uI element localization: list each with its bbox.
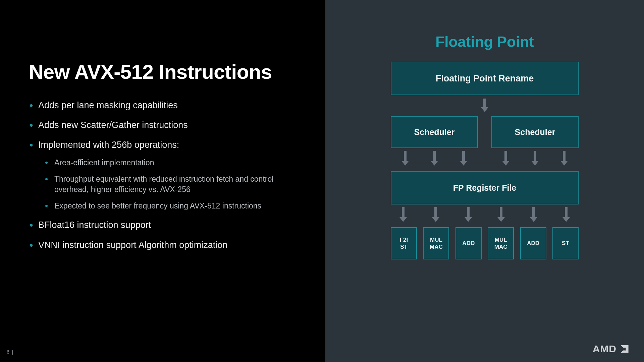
arrow-down-icon xyxy=(432,151,437,166)
arrow-down-icon xyxy=(482,99,487,112)
sub-bullet-list: Area-efficient implementation Throughput… xyxy=(38,158,305,211)
bullet-text: BFloat16 instruction support xyxy=(38,220,151,230)
scheduler-box-left: Scheduler xyxy=(391,116,478,148)
regfile-arrows xyxy=(391,207,579,224)
right-panel: Floating Point Floating Point Rename Sch… xyxy=(325,0,644,362)
arrow-down-icon xyxy=(461,151,466,166)
diagram-title: Floating Point xyxy=(325,34,644,50)
scheduler-arrows xyxy=(391,151,579,168)
arrow-down-icon xyxy=(466,207,471,222)
arrow-down-icon xyxy=(503,151,508,166)
arrow-down-icon xyxy=(531,207,536,222)
bullet-list: Adds per lane masking capabilities Adds … xyxy=(29,100,305,251)
arrow-down-icon xyxy=(499,207,503,222)
arrow-down-icon xyxy=(562,151,567,166)
bullet-item: VNNI instruction support Algorithm optim… xyxy=(29,239,305,251)
sub-bullet-item: Expected to see better frequency using A… xyxy=(45,201,280,211)
unit-box-add: ADD xyxy=(455,227,482,259)
left-panel: New AVX-512 Instructions Adds per lane m… xyxy=(0,0,325,362)
arrow-down-icon xyxy=(533,151,537,166)
amd-arrow-icon xyxy=(620,344,629,354)
arrow-down-icon xyxy=(433,207,438,222)
amd-logo: AMD xyxy=(593,343,629,355)
bullet-text: Implemented with 256b operations: xyxy=(38,140,179,150)
slide-title: New AVX-512 Instructions xyxy=(29,60,305,83)
unit-box-f2i-st: F2I ST xyxy=(391,227,417,259)
bullet-item: BFloat16 instruction support xyxy=(29,219,305,231)
floating-point-diagram: Floating Point Rename Scheduler Schedule… xyxy=(391,62,579,259)
unit-box-add: ADD xyxy=(520,227,546,259)
regfile-box: FP Register File xyxy=(391,171,579,204)
sub-bullet-item: Throughput equivalent with reduced instr… xyxy=(45,174,280,195)
bullet-text: VNNI instruction support Algorithm optim… xyxy=(38,240,227,250)
bullet-item: Adds per lane masking capabilities xyxy=(29,100,305,111)
scheduler-row: Scheduler Scheduler xyxy=(391,116,579,148)
bullet-text: Adds per lane masking capabilities xyxy=(38,100,178,110)
scheduler-box-right: Scheduler xyxy=(491,116,579,148)
arrow-down-icon xyxy=(403,151,408,166)
sub-bullet-item: Area-efficient implementation xyxy=(45,158,280,168)
brand-name: AMD xyxy=(593,343,616,355)
bullet-item: Adds new Scatter/Gather instructions xyxy=(29,119,305,131)
unit-row: F2I ST MUL MAC ADD MUL MAC ADD ST xyxy=(391,227,579,259)
bullet-item: Implemented with 256b operations: Area-e… xyxy=(29,139,305,211)
page-number: 6 | xyxy=(7,349,14,355)
arrow-down-icon xyxy=(564,207,569,222)
bullet-text: Adds new Scatter/Gather instructions xyxy=(38,120,188,130)
arrow-down-icon xyxy=(401,207,406,222)
unit-box-mul-mac: MUL MAC xyxy=(423,227,449,259)
unit-box-mul-mac: MUL MAC xyxy=(488,227,514,259)
unit-box-st: ST xyxy=(552,227,579,259)
rename-box: Floating Point Rename xyxy=(391,62,579,95)
